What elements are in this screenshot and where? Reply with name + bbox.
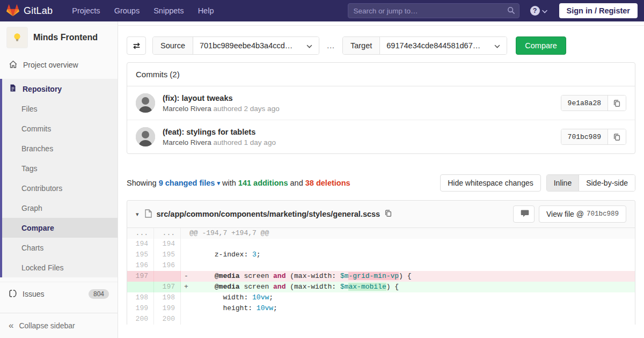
nav-link-groups[interactable]: Groups bbox=[114, 6, 140, 15]
new-line-number[interactable]: 194 bbox=[154, 239, 181, 249]
nav-link-projects[interactable]: Projects bbox=[72, 6, 100, 15]
diff-line-content: z-index: 3; bbox=[181, 249, 635, 260]
old-line-number[interactable]: 200 bbox=[127, 314, 154, 325]
sidebar-item-branches[interactable]: Branches bbox=[2, 138, 118, 158]
view-file-button[interactable]: View file @ 701bc989 bbox=[539, 205, 626, 223]
gitlab-logo[interactable]: GitLab bbox=[6, 4, 53, 17]
commit-authored-ago: authored 2 days ago bbox=[214, 105, 280, 113]
commit-title-link[interactable]: (feat): stylings for tablets bbox=[163, 128, 561, 136]
diff-summary-bar: Showing 9 changed files ▾ with 141 addit… bbox=[127, 174, 635, 192]
new-line-number[interactable]: 198 bbox=[154, 292, 181, 303]
target-input-group: Target 69174e34cde844581d67… bbox=[342, 36, 507, 55]
target-revision-dropdown[interactable]: 69174e34cde844581d67… bbox=[380, 37, 507, 54]
copy-icon bbox=[613, 133, 621, 141]
caret-down-icon: ▾ bbox=[217, 180, 220, 186]
commit-author-avatar[interactable] bbox=[136, 93, 155, 113]
toggle-comments-button[interactable] bbox=[513, 205, 535, 223]
old-line-number[interactable]: 199 bbox=[127, 303, 154, 314]
commit-title-link[interactable]: (fix): layout tweaks bbox=[163, 94, 561, 102]
sidebar-item-issues[interactable]: Issues 804 bbox=[0, 282, 118, 304]
new-line-number[interactable]: 200 bbox=[154, 314, 181, 325]
new-line-number[interactable]: 196 bbox=[154, 260, 181, 271]
diff-line: 198198 width: 10vw; bbox=[127, 292, 635, 303]
sidebar-item-files[interactable]: Files bbox=[2, 99, 118, 119]
logo-text: GitLab bbox=[24, 5, 53, 17]
inline-view-button[interactable]: Inline bbox=[547, 175, 579, 191]
commit-row: (feat): stylings for tablets Marcelo Riv… bbox=[127, 120, 635, 153]
commit-author-avatar[interactable] bbox=[136, 127, 155, 146]
sidebar-item-project-overview[interactable]: Project overview bbox=[0, 55, 118, 75]
sidebar-item-repository[interactable]: Repository bbox=[2, 79, 118, 99]
commit-authored-ago: authored 1 day ago bbox=[214, 138, 276, 146]
diff-file-path[interactable]: src/app/common/components/marketing/styl… bbox=[157, 210, 380, 218]
diff-line: 197+ @media screen and (max-width: $max-… bbox=[127, 282, 635, 292]
new-line-number[interactable]: 199 bbox=[154, 303, 181, 314]
nav-link-help[interactable]: Help bbox=[198, 6, 214, 15]
old-line-number[interactable]: 196 bbox=[127, 260, 154, 271]
old-line-number[interactable]: 194 bbox=[127, 239, 154, 249]
sidebar-item-contributors[interactable]: Contributors bbox=[2, 178, 118, 198]
source-revision-dropdown[interactable]: 701bc989eebe4b3a4ccd… bbox=[193, 37, 319, 54]
diff-line-content: width: 10vw; bbox=[181, 292, 635, 303]
diff-line-content: @@ -194,7 +194,7 @@ bbox=[181, 228, 635, 239]
old-line-number[interactable]: 197 bbox=[127, 271, 154, 282]
file-icon bbox=[144, 209, 152, 219]
sidebar-item-charts[interactable]: Charts bbox=[2, 238, 118, 258]
commit-sha-group: 9e1a8a28 bbox=[561, 95, 626, 111]
diff-line-content bbox=[181, 260, 635, 271]
search-input[interactable] bbox=[348, 3, 519, 18]
target-label: Target bbox=[343, 37, 380, 54]
old-line-number[interactable]: 198 bbox=[127, 292, 154, 303]
copy-sha-button[interactable] bbox=[608, 129, 626, 144]
view-file-sha: 701bc989 bbox=[587, 210, 619, 218]
new-line-number[interactable]: ... bbox=[154, 228, 181, 239]
changed-files-dropdown[interactable]: 9 changed files ▾ bbox=[159, 179, 220, 187]
collapse-file-caret-icon[interactable]: ▾ bbox=[136, 211, 139, 218]
diff-line: 195195 z-index: 3; bbox=[127, 249, 635, 260]
new-line-number[interactable]: 197 bbox=[154, 282, 181, 292]
diff-line: ...... @@ -194,7 +194,7 @@ bbox=[127, 228, 635, 239]
project-header[interactable]: Minds Frontend bbox=[0, 21, 118, 55]
chevron-down-icon bbox=[494, 41, 500, 50]
deletions-count: 38 deletions bbox=[305, 179, 350, 187]
commit-sha-group: 701bc989 bbox=[561, 129, 626, 145]
commit-author-link[interactable]: Marcelo Rivera bbox=[163, 138, 211, 146]
commit-short-sha[interactable]: 9e1a8a28 bbox=[561, 95, 608, 111]
chevron-down-icon bbox=[306, 41, 312, 50]
new-line-number[interactable] bbox=[154, 271, 181, 282]
commit-row: (fix): layout tweaks Marcelo Rivera auth… bbox=[127, 86, 635, 120]
help-menu[interactable]: ? bbox=[530, 6, 547, 16]
sign-in-register-button[interactable]: Sign in / Register bbox=[559, 3, 638, 18]
copy-file-path-button[interactable] bbox=[384, 209, 392, 219]
side-by-side-view-button[interactable]: Side-by-side bbox=[579, 175, 635, 191]
hide-whitespace-button[interactable]: Hide whitespace changes bbox=[440, 174, 541, 192]
new-line-number[interactable]: 195 bbox=[154, 249, 181, 260]
compare-button[interactable]: Compare bbox=[516, 36, 566, 55]
sidebar-item-tags[interactable]: Tags bbox=[2, 158, 118, 178]
swap-arrows-icon bbox=[132, 41, 141, 50]
sidebar-item-commits[interactable]: Commits bbox=[2, 119, 118, 138]
commit-author-link[interactable]: Marcelo Rivera bbox=[163, 105, 211, 113]
nav-link-snippets[interactable]: Snippets bbox=[153, 6, 184, 15]
diff-line-content: + @media screen and (max-width: $max-mob… bbox=[181, 282, 635, 292]
commit-short-sha[interactable]: 701bc989 bbox=[561, 129, 608, 144]
copy-sha-button[interactable] bbox=[608, 95, 626, 111]
comment-icon bbox=[521, 209, 529, 217]
collapse-chevrons-icon: « bbox=[9, 320, 13, 331]
diff-line: 200200 bbox=[127, 314, 635, 325]
gitlab-tanuki-icon bbox=[6, 4, 19, 17]
collapse-sidebar-button[interactable]: « Collapse sidebar bbox=[0, 313, 118, 338]
document-icon bbox=[9, 84, 17, 94]
old-line-number[interactable]: 195 bbox=[127, 249, 154, 260]
old-line-number[interactable]: ... bbox=[127, 228, 154, 239]
sidebar-item-graph[interactable]: Graph bbox=[2, 198, 118, 218]
commits-panel: Commits (2) (fix): layout tweaks Marcelo… bbox=[127, 62, 635, 154]
diff-line-content bbox=[181, 239, 635, 249]
project-avatar-lightbulb-icon bbox=[6, 27, 28, 48]
sidebar-item-compare[interactable]: Compare bbox=[2, 218, 118, 238]
diff-line: 199199 height: 10vw; bbox=[127, 303, 635, 314]
swap-revisions-button[interactable] bbox=[127, 36, 146, 55]
old-line-number[interactable] bbox=[127, 282, 154, 292]
sidebar-item-locked-files[interactable]: Locked Files bbox=[2, 258, 118, 277]
source-label: Source bbox=[153, 37, 193, 54]
